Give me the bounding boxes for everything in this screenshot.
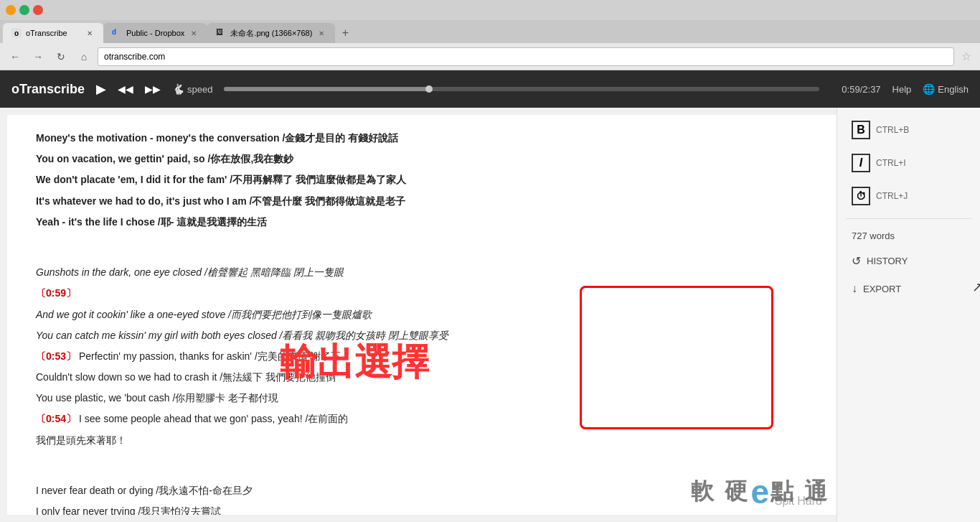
app-header: oTranscribe ▶ ◀◀ ▶▶ 🐇 speed 0:59/2:37 He…	[0, 70, 980, 108]
timestamp-format-button[interactable]: ⏱ CTRL+J	[846, 182, 971, 210]
transcript-line: You use plastic, we 'bout cash /你用塑膠卡 老子…	[36, 389, 808, 407]
refresh-button[interactable]: ↻	[52, 47, 70, 66]
tab-close-otranscribe[interactable]: ✕	[85, 28, 95, 38]
history-label: HISTORY	[867, 256, 908, 266]
main-content: Money's the motivation - money's the con…	[0, 108, 980, 522]
tab-favicon-otranscribe: o	[11, 28, 22, 38]
editor-area[interactable]: Money's the motivation - money's the con…	[7, 115, 837, 515]
export-label: EXPORT	[863, 284, 901, 294]
track-progress	[224, 87, 432, 91]
bold-shortcut: CTRL+B	[876, 125, 909, 135]
timestamp-badge[interactable]: 〔0:53〕	[36, 350, 76, 362]
close-button[interactable]	[33, 5, 43, 15]
maximize-button[interactable]	[19, 5, 29, 15]
language-button[interactable]: 🌐 English	[923, 83, 969, 95]
url-input[interactable]	[98, 47, 954, 66]
cursor-icon: ↗	[972, 279, 980, 295]
bold-format-button[interactable]: B CTRL+B	[846, 116, 971, 144]
transcript-line: You on vacation, we gettin' paid, so /你在…	[36, 150, 808, 168]
history-button[interactable]: ↺ HISTORY	[846, 250, 971, 272]
timestamp-badge[interactable]: 〔0:59〕	[36, 287, 76, 299]
speed-icon: 🐇	[172, 83, 184, 95]
brand-text-left: 軟 硬	[691, 476, 750, 508]
history-icon: ↺	[852, 254, 861, 268]
forward-button[interactable]: →	[29, 47, 47, 66]
transcript-line: 我們是頭先來著耶！	[36, 432, 808, 449]
app-logo: oTranscribe	[11, 82, 85, 97]
word-count: 727 words	[846, 228, 971, 244]
brand-e-icon: e	[751, 472, 770, 511]
tab-title-image: 未命名.png (1366×768)	[230, 28, 312, 39]
play-button[interactable]: ▶	[96, 81, 106, 97]
tab-favicon-dropbox: d	[112, 28, 122, 38]
speed-control[interactable]: 🐇 speed	[172, 83, 212, 95]
forward-button[interactable]: ▶▶	[145, 83, 161, 95]
track-handle[interactable]	[425, 85, 433, 93]
tab-dropbox[interactable]: d Public - Dropbox ✕	[103, 23, 207, 43]
new-tab-button[interactable]: +	[335, 23, 355, 43]
transcript-timestamp: 〔0:59〕	[36, 284, 808, 302]
timestamp-badge[interactable]: 〔0:54〕	[36, 413, 76, 424]
language-label: English	[938, 84, 969, 95]
globe-icon: 🌐	[923, 83, 935, 95]
transcript-gap	[36, 452, 808, 470]
minimize-button[interactable]	[6, 5, 16, 15]
track-bar[interactable]	[224, 87, 819, 91]
transcript-line: We don't placate 'em, I did it for the f…	[36, 171, 808, 189]
tab-image[interactable]: 🖼 未命名.png (1366×768) ✕	[207, 23, 335, 43]
transcript-gap	[36, 234, 808, 252]
timestamp-shortcut: CTRL+J	[876, 191, 908, 201]
transcript-line: Gunshots in the dark, one eye closed /槍聲…	[36, 264, 808, 281]
transcript-line: It's whatever we had to do, it's just wh…	[36, 192, 808, 210]
address-bar: ← → ↻ ⌂ ☆	[0, 43, 980, 70]
brand-text-right: 點 通	[771, 476, 829, 508]
tab-close-dropbox[interactable]: ✕	[189, 28, 199, 38]
export-icon: ↓	[852, 282, 857, 295]
annotation-text: 輸出選擇	[280, 337, 429, 388]
title-bar	[0, 0, 980, 20]
bold-icon: B	[852, 121, 870, 139]
home-button[interactable]: ⌂	[75, 47, 93, 66]
transcript-line: Yeah - it's the life I chose /耶- 這就是我選擇的…	[36, 213, 808, 231]
tabs-bar: o oTranscribe ✕ d Public - Dropbox ✕ 🖼 未…	[0, 20, 980, 43]
speed-label: speed	[187, 84, 212, 95]
italic-shortcut: CTRL+I	[876, 158, 906, 168]
rewind-button[interactable]: ◀◀	[118, 83, 133, 95]
sidebar: B CTRL+B I CTRL+I ⏱ CTRL+J 727 words ↺ H…	[837, 108, 980, 522]
time-display: 0:59/2:37	[831, 84, 881, 95]
tab-title-dropbox: Public - Dropbox	[126, 29, 184, 37]
time-total: 2:37	[862, 84, 880, 95]
back-button[interactable]: ←	[6, 47, 24, 66]
bookmark-icon[interactable]: ☆	[958, 50, 974, 63]
transcript-line: 〔0:54〕 I see some people ahead that we g…	[36, 410, 808, 428]
tab-otranscribe[interactable]: o oTranscribe ✕	[3, 23, 103, 43]
tab-favicon-image: 🖼	[216, 28, 226, 38]
export-button[interactable]: ↓ EXPORT ↗ Download transcript as... Mar…	[846, 278, 971, 299]
divider	[846, 218, 971, 219]
transcript-text: Money's the motivation - money's the con…	[36, 129, 808, 515]
tab-title-otranscribe: oTranscribe	[26, 29, 80, 37]
italic-icon: I	[852, 154, 870, 172]
transcript-line: And we got it cookin' like a one-eyed st…	[36, 306, 808, 324]
transcript-line: Money's the motivation - money's the con…	[36, 129, 808, 147]
tab-close-image[interactable]: ✕	[316, 28, 326, 38]
time-current: 0:59	[842, 84, 859, 95]
italic-format-button[interactable]: I CTRL+I	[846, 149, 971, 177]
timestamp-icon: ⏱	[852, 187, 870, 205]
help-button[interactable]: Help	[892, 84, 912, 95]
